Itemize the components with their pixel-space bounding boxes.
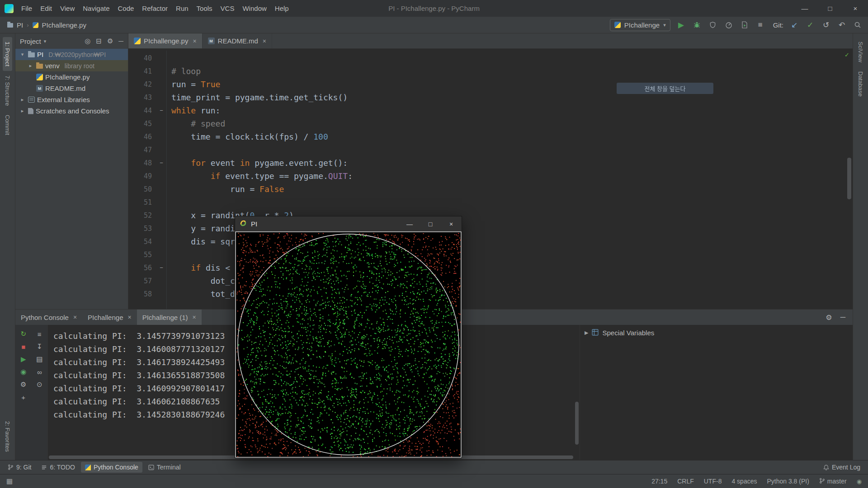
run-minimize-icon[interactable]: ─ <box>840 313 845 322</box>
stripe-button-commit[interactable]: Commit <box>3 110 12 140</box>
restore-layout-icon[interactable]: ≡ <box>32 328 48 339</box>
pygame-close-icon[interactable]: × <box>441 216 462 231</box>
fold-marker-icon[interactable]: − <box>156 160 166 166</box>
toolwindow-button-event-log[interactable]: Event Log <box>819 462 864 473</box>
coverage-button[interactable] <box>708 21 718 28</box>
run-tab-python-console[interactable]: Python Console× <box>15 310 82 325</box>
soft-wrap-icon[interactable]: ∞ <box>32 366 48 377</box>
run-tab-pichallenge[interactable]: PIchallenge× <box>82 310 137 325</box>
gear-icon[interactable]: ⚙ <box>107 37 113 45</box>
close-icon[interactable]: × <box>843 0 868 17</box>
menu-item-window[interactable]: Window <box>238 3 270 14</box>
breadcrumb-project[interactable]: PI <box>17 21 23 29</box>
stripe-button-sciview[interactable]: SciView <box>856 37 865 67</box>
menu-item-navigate[interactable]: Navigate <box>79 3 113 14</box>
project-panel-title[interactable]: Project <box>20 38 41 45</box>
stripe-button-database[interactable]: Database <box>856 67 865 101</box>
inspection-profile-icon[interactable]: ◉ <box>857 478 862 485</box>
menu-item-vcs[interactable]: VCS <box>217 3 239 14</box>
scroll-to-end-icon[interactable]: ↧ <box>32 341 48 352</box>
toolwindow-button-terminal[interactable]: Terminal <box>144 462 185 473</box>
close-tab-icon[interactable]: × <box>73 314 77 321</box>
git-branch-widget[interactable]: master <box>819 478 847 485</box>
menu-item-run[interactable]: Run <box>172 3 193 14</box>
debug-icon[interactable]: ◉ <box>15 366 32 377</box>
minimize-icon[interactable]: — <box>792 0 817 17</box>
status-item-27-15[interactable]: 27:15 <box>651 478 667 485</box>
tree-item-pichallenge-py[interactable]: PIchallenge.py <box>15 71 128 83</box>
menu-item-view[interactable]: View <box>56 3 79 14</box>
inspections-ok-icon[interactable]: ✓ <box>844 52 849 58</box>
stripe-button-1-project[interactable]: 1: Project <box>3 37 12 71</box>
menu-item-tools[interactable]: Tools <box>193 3 217 14</box>
hide-panel-icon[interactable]: ─ <box>118 37 123 45</box>
pygame-maximize-icon[interactable]: □ <box>420 216 441 231</box>
tree-item-venv[interactable]: ▸venvlibrary root <box>15 60 128 71</box>
close-tab-icon[interactable]: × <box>128 314 132 321</box>
pygame-window[interactable]: PI — □ × <box>235 216 462 458</box>
print-icon[interactable]: ▤ <box>32 354 48 365</box>
add-icon[interactable]: + <box>15 392 32 403</box>
tree-item-pi[interactable]: ▾PID:₩2020python₩PI <box>15 49 128 60</box>
line-number: 48 <box>128 159 156 167</box>
git-commit-button[interactable]: ✓ <box>805 20 815 30</box>
git-rollback-button[interactable]: ↶ <box>837 20 847 30</box>
run-button[interactable]: ▶ <box>676 20 686 30</box>
pygame-minimize-icon[interactable]: — <box>399 216 420 231</box>
toolwindow-button-python-console[interactable]: Python Console <box>81 462 142 473</box>
menu-item-edit[interactable]: Edit <box>36 3 56 14</box>
run-settings-gear-icon[interactable]: ⚙ <box>826 313 832 322</box>
chevron-right-icon[interactable]: ▶ <box>585 330 588 336</box>
debug-button[interactable] <box>692 21 702 28</box>
tree-item-readme-md[interactable]: README.md <box>15 83 128 94</box>
collapse-all-icon[interactable]: ⊟ <box>96 37 102 45</box>
menu-item-help[interactable]: Help <box>271 3 293 14</box>
maximize-icon[interactable]: □ <box>817 0 843 17</box>
status-item-utf-8[interactable]: UTF-8 <box>704 478 722 485</box>
stop-button[interactable]: ■ <box>755 20 765 29</box>
profiler-button[interactable] <box>724 21 734 28</box>
special-variables-label[interactable]: Special Variables <box>602 329 654 337</box>
chevron-expanded-icon[interactable]: ▾ <box>19 52 26 57</box>
run-with-console-button[interactable] <box>740 21 750 28</box>
menu-item-file[interactable]: File <box>17 3 36 14</box>
tree-item-external-libraries[interactable]: ▸External Libraries <box>15 94 128 105</box>
toolwindow-button-6-todo[interactable]: 6: TODO <box>37 462 79 473</box>
menu-item-refactor[interactable]: Refactor <box>138 3 172 14</box>
tree-item-scratches-and-consoles[interactable]: ▸Scratches and Consoles <box>15 105 128 117</box>
run-tab-pichallenge-1[interactable]: PIchallenge (1)× <box>137 310 202 325</box>
pygame-titlebar[interactable]: PI — □ × <box>235 216 462 231</box>
fold-marker-icon[interactable]: − <box>156 107 166 114</box>
toolwindow-button-9-git[interactable]: 9: Git <box>4 462 35 473</box>
fold-marker-icon[interactable]: − <box>156 264 166 271</box>
pygame-logo-icon <box>239 219 247 229</box>
toolwindow-toggle-icon[interactable]: ▦ <box>6 477 13 485</box>
editor-scrollbar[interactable] <box>847 158 851 199</box>
chevron-collapsed-icon[interactable]: ▸ <box>27 63 34 69</box>
console-vertical-scrollbar[interactable] <box>575 402 579 445</box>
stop-icon[interactable]: ■ <box>15 341 32 352</box>
stripe-button-7-structure[interactable]: 7: Structure <box>3 71 12 110</box>
close-tab-icon[interactable]: × <box>193 314 196 321</box>
status-item-4-spaces[interactable]: 4 spaces <box>731 478 757 485</box>
search-everywhere-icon[interactable] <box>853 21 863 28</box>
stripe-button-2-favorites[interactable]: 2: Favorites <box>3 417 12 456</box>
editor-tab-pichallenge-py[interactable]: PIchallenge.py× <box>128 33 203 48</box>
git-update-button[interactable]: ↙ <box>789 20 799 30</box>
status-item-crlf[interactable]: CRLF <box>677 478 694 485</box>
run-configuration-select[interactable]: PIchallenge ▾ <box>610 19 670 31</box>
editor-tab-readme-md[interactable]: README.md× <box>203 33 272 48</box>
breadcrumb-file[interactable]: PIchallenge.py <box>42 21 86 29</box>
git-history-button[interactable]: ↺ <box>821 20 831 30</box>
close-tab-icon[interactable]: × <box>193 38 196 45</box>
chevron-collapsed-icon[interactable]: ▸ <box>19 97 26 103</box>
chevron-collapsed-icon[interactable]: ▸ <box>19 108 26 114</box>
run-icon[interactable]: ▶ <box>15 354 32 365</box>
locate-file-icon[interactable]: ◎ <box>85 37 90 45</box>
close-tab-icon[interactable]: × <box>263 38 266 45</box>
menu-item-code[interactable]: Code <box>113 3 138 14</box>
settings-icon[interactable]: ⚙ <box>15 379 32 390</box>
rerun-icon[interactable]: ↻ <box>15 328 32 339</box>
status-item-python-3-8-pi[interactable]: Python 3.8 (PI) <box>767 478 809 485</box>
timestamps-icon[interactable]: ⊙ <box>32 379 48 390</box>
